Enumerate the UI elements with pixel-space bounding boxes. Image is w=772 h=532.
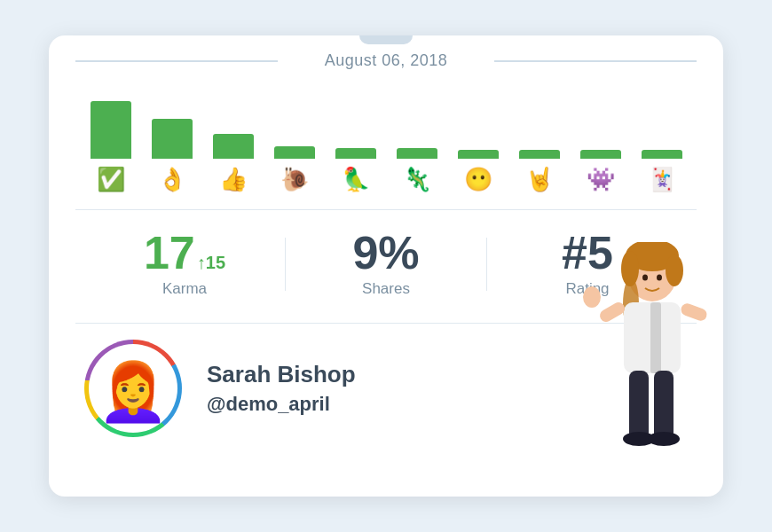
emoji-item-3[interactable]: 🐌 <box>280 166 309 193</box>
bar-col-3 <box>268 146 320 159</box>
profile-handle: @demo_april <box>207 393 356 416</box>
bar-col-5 <box>390 148 443 159</box>
bar-0[interactable] <box>91 101 131 159</box>
profile-name: Sarah Bishop <box>207 361 356 388</box>
bar-col-2 <box>207 134 259 159</box>
emoji-col-1: 👌 <box>146 166 198 193</box>
svg-rect-8 <box>680 301 709 322</box>
karma-change: ↑15 <box>197 254 225 271</box>
shares-value: 9% <box>286 230 486 276</box>
emoji-item-5[interactable]: 🦎 <box>403 166 431 193</box>
emoji-col-6: 😶 <box>452 166 504 193</box>
bar-2[interactable] <box>213 134 254 159</box>
avatar-emoji: 👩‍🦰 <box>98 364 169 420</box>
emoji-col-4: 🦜 <box>329 166 382 193</box>
emoji-item-1[interactable]: 👌 <box>158 166 186 193</box>
bar-col-9 <box>635 150 688 159</box>
emoji-row: ✅👌👍🐌🦜🦎😶🤘👾🃏 <box>49 159 723 193</box>
svg-point-3 <box>666 254 683 286</box>
emoji-item-9[interactable]: 🃏 <box>648 166 676 193</box>
karma-label: Karma <box>84 280 285 298</box>
svg-rect-10 <box>587 288 594 304</box>
svg-rect-6 <box>650 302 661 373</box>
emoji-col-0: ✅ <box>84 166 137 193</box>
avatar-ring: 👩‍🦰 <box>84 340 182 437</box>
bar-5[interactable] <box>397 148 437 159</box>
emoji-col-2: 👍 <box>207 166 259 193</box>
emoji-col-5: 🦎 <box>390 166 443 193</box>
emoji-col-7: 🤘 <box>513 166 565 193</box>
emoji-col-8: 👾 <box>574 166 626 193</box>
emoji-item-8[interactable]: 👾 <box>587 166 615 193</box>
emoji-item-2[interactable]: 👍 <box>219 166 248 193</box>
bar-8[interactable] <box>580 150 621 159</box>
date-text: August 06, 2018 <box>325 51 448 69</box>
karma-number: 17 <box>144 230 195 276</box>
bar-col-0 <box>84 101 137 159</box>
bar-6[interactable] <box>458 150 499 159</box>
bar-4[interactable] <box>335 148 376 159</box>
svg-rect-12 <box>654 371 674 442</box>
emoji-col-3: 🐌 <box>268 166 320 193</box>
svg-rect-7 <box>598 300 627 324</box>
profile-info: Sarah Bishop @demo_april <box>182 361 356 416</box>
svg-rect-11 <box>629 371 649 442</box>
avatar-container: 👩‍🦰 <box>84 340 182 437</box>
svg-point-16 <box>657 275 662 281</box>
main-card: August 06, 2018 ✅👌👍🐌🦜🦎😶🤘👾🃏 17 ↑15 Karma … <box>49 35 723 497</box>
emoji-col-9: 🃏 <box>635 166 688 193</box>
bar-7[interactable] <box>519 150 560 159</box>
karma-value: 17 ↑15 <box>84 230 285 276</box>
emoji-item-7[interactable]: 🤘 <box>525 166 554 193</box>
bar-col-7 <box>513 150 565 159</box>
person-image <box>546 242 723 464</box>
bar-col-4 <box>329 148 382 159</box>
stat-shares: 9% Shares <box>286 230 486 298</box>
svg-point-14 <box>648 432 680 446</box>
bar-chart <box>49 79 723 159</box>
bar-col-6 <box>452 150 504 159</box>
profile-row: 👩‍🦰 Sarah Bishop @demo_april <box>49 324 723 437</box>
bar-3[interactable] <box>274 146 315 159</box>
person-svg <box>546 242 723 464</box>
shares-label: Shares <box>286 280 486 298</box>
bar-col-8 <box>574 150 626 159</box>
avatar-inner: 👩‍🦰 <box>89 344 177 433</box>
emoji-item-6[interactable]: 😶 <box>464 166 492 193</box>
date-header: August 06, 2018 <box>49 35 723 79</box>
stat-karma: 17 ↑15 Karma <box>84 230 285 298</box>
bar-1[interactable] <box>152 119 193 159</box>
emoji-item-4[interactable]: 🦜 <box>342 166 370 193</box>
bar-col-1 <box>146 119 198 159</box>
emoji-item-0[interactable]: ✅ <box>97 166 125 193</box>
svg-point-15 <box>642 275 648 281</box>
bar-9[interactable] <box>642 150 682 159</box>
